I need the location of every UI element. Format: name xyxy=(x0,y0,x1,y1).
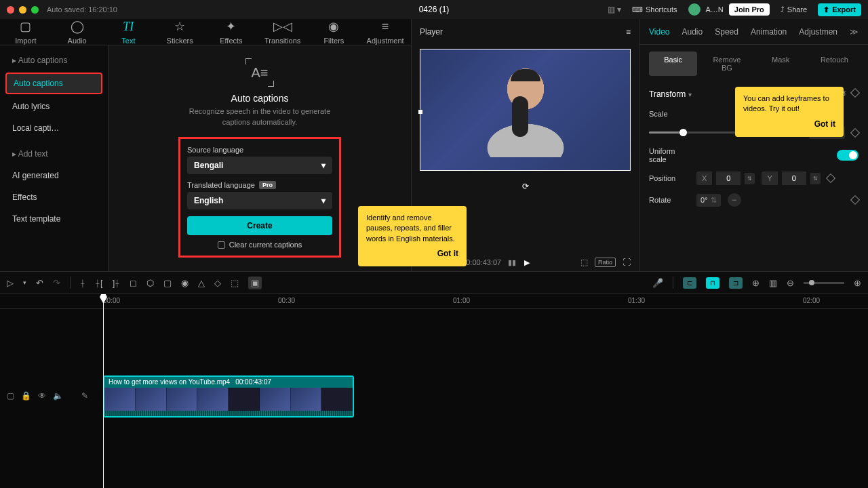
close-window[interactable] xyxy=(7,6,14,14)
crop2-tool[interactable]: ⬚ xyxy=(231,278,239,288)
y-stepper[interactable]: ⇅ xyxy=(810,173,821,184)
sidebar-group-add-text[interactable]: ▸ Add text xyxy=(5,144,102,163)
share-button[interactable]: ⤴ Share xyxy=(775,3,812,16)
split-left-tool[interactable]: ⟊[ xyxy=(95,278,103,288)
tab-filters[interactable]: ◉Filters xyxy=(309,19,360,45)
track-mute-icon[interactable]: 🔈 xyxy=(53,391,63,401)
rotate-tool[interactable]: ◇ xyxy=(214,278,221,288)
sidebar-item-local-captions[interactable]: Local capti… xyxy=(5,119,102,138)
keyframe-icon[interactable] xyxy=(850,88,860,98)
x-value[interactable]: 0 xyxy=(716,171,741,185)
checkbox-icon xyxy=(218,241,225,249)
mic-icon[interactable]: 🎤 xyxy=(652,278,663,288)
split-tool[interactable]: ⟊ xyxy=(80,278,85,288)
record-icon[interactable]: ◉ xyxy=(181,278,189,288)
video-clip[interactable]: How to get more views on YouTube.mp4 00:… xyxy=(103,375,354,418)
sidebar-item-ai-generated[interactable]: AI generated xyxy=(5,166,102,185)
prop-tab-speed[interactable]: Speed xyxy=(715,27,738,37)
player-menu-icon[interactable]: ≡ xyxy=(626,27,631,37)
rotate-keyframe[interactable] xyxy=(850,195,860,205)
sidebar-group-auto-captions[interactable]: ▸ Auto captions xyxy=(5,51,102,70)
uniform-scale-toggle[interactable] xyxy=(837,150,859,161)
cursor-dropdown[interactable]: ▾ xyxy=(23,279,26,286)
timeline[interactable]: 00:00 00:30 01:00 01:30 02:00 ▢ 🔒 👁 🔈 ✎ … xyxy=(0,294,868,488)
sidebar-item-text-template[interactable]: Text template xyxy=(5,209,102,228)
more-icon[interactable]: ≫ xyxy=(850,27,859,37)
volume-bars-icon[interactable]: ▮▮ xyxy=(508,258,516,267)
chevron-down-icon: ▾ xyxy=(321,196,326,205)
fullscreen-icon[interactable]: ⛶ xyxy=(623,258,631,267)
time-ruler[interactable]: 00:00 00:30 01:00 01:30 02:00 xyxy=(0,294,868,309)
prop-tab-animation[interactable]: Animation xyxy=(751,27,787,37)
source-language-select[interactable]: Bengali▾ xyxy=(187,157,332,174)
enhance-tool[interactable]: ▣ xyxy=(248,277,262,289)
subtab-remove-bg[interactable]: Remove BG xyxy=(703,52,751,76)
clear-captions-checkbox[interactable]: Clear current captions xyxy=(187,241,332,249)
zoom-in-icon[interactable]: ⊕ xyxy=(854,278,861,288)
track-collapse-icon[interactable]: ▢ xyxy=(7,391,14,401)
scale-keyframe[interactable] xyxy=(850,127,860,137)
frame-tool[interactable]: ▢ xyxy=(163,278,172,288)
shield-icon[interactable]: ⬡ xyxy=(146,278,154,288)
tab-text[interactable]: TIText xyxy=(103,19,155,45)
track-edit-icon[interactable]: ✎ xyxy=(81,391,88,401)
split-right-tool[interactable]: ]⟊ xyxy=(113,278,121,288)
shortcuts-button[interactable]: ⌨ Shortcuts xyxy=(627,3,682,16)
subtab-mask[interactable]: Mask xyxy=(757,52,805,76)
translated-language-select[interactable]: English▾ xyxy=(187,192,332,209)
snap-start[interactable]: ⊏ xyxy=(683,277,696,289)
subtab-basic[interactable]: Basic xyxy=(649,52,697,76)
snap-end[interactable]: ⊐ xyxy=(729,277,743,289)
playhead[interactable] xyxy=(103,294,104,488)
subtab-retouch[interactable]: Retouch xyxy=(810,52,859,76)
tab-import[interactable]: ▢Import xyxy=(0,19,52,45)
sidebar-item-effects[interactable]: Effects xyxy=(5,188,102,207)
rotate-value[interactable]: 0°⇅ xyxy=(696,194,721,207)
tab-stickers[interactable]: ☆Stickers xyxy=(154,19,205,45)
tab-adjustment[interactable]: ≡Adjustment xyxy=(359,19,411,45)
link-icon[interactable]: ⊕ xyxy=(752,278,760,288)
x-stepper[interactable]: ⇅ xyxy=(745,173,755,184)
tab-effects[interactable]: ✦Effects xyxy=(205,19,257,45)
minimize-window[interactable] xyxy=(19,6,26,14)
mirror-tool[interactable]: △ xyxy=(198,278,205,288)
export-button[interactable]: ⬆ Export xyxy=(818,3,861,16)
frame-icon[interactable]: ⬚ xyxy=(580,258,588,267)
y-axis-label: Y xyxy=(762,171,777,185)
cursor-tool[interactable]: ▷ xyxy=(7,278,14,288)
track-lock-icon[interactable]: 🔒 xyxy=(21,391,31,401)
layout-icon[interactable]: ▥ xyxy=(769,278,777,288)
sidebar-item-auto-captions[interactable]: Auto captions xyxy=(5,73,102,94)
redo-button[interactable]: ↷ xyxy=(53,278,60,288)
ratio-button[interactable]: Ratio xyxy=(595,258,616,267)
layout-icon[interactable]: ▥ ▾ xyxy=(608,5,621,14)
window-controls xyxy=(7,6,39,14)
video-preview[interactable] xyxy=(420,49,631,171)
clip-duration: 00:00:43:07 xyxy=(235,378,271,386)
tooltip-got-it-button[interactable]: Got it xyxy=(743,119,835,130)
create-button[interactable]: Create xyxy=(187,216,332,235)
snap-middle[interactable]: ⊓ xyxy=(706,277,719,289)
crop-tool[interactable]: ◻ xyxy=(130,278,137,288)
rotate-dial[interactable]: − xyxy=(728,193,741,207)
text-sidebar: ▸ Auto captions Auto captions Auto lyric… xyxy=(0,45,108,234)
prop-tab-audio[interactable]: Audio xyxy=(682,27,703,37)
join-pro-button[interactable]: Join Pro xyxy=(729,3,770,16)
prop-tab-adjustment[interactable]: Adjustmen xyxy=(799,27,837,37)
y-value[interactable]: 0 xyxy=(782,171,806,185)
maximize-window[interactable] xyxy=(31,6,39,14)
sync-icon[interactable]: ⟳ xyxy=(522,182,529,191)
zoom-out-icon[interactable]: ⊖ xyxy=(787,278,794,288)
prop-tab-video[interactable]: Video xyxy=(649,27,669,37)
tooltip-got-it-button[interactable]: Got it xyxy=(366,248,458,260)
track-visible-icon[interactable]: 👁 xyxy=(38,391,46,401)
sidebar-item-auto-lyrics[interactable]: Auto lyrics xyxy=(5,97,102,116)
avatar[interactable] xyxy=(688,3,701,16)
tab-transitions[interactable]: ▷◁Transitions xyxy=(257,19,309,45)
transform-section[interactable]: Transform ▾ xyxy=(649,89,692,99)
position-keyframe[interactable] xyxy=(826,174,835,183)
scale-label: Scale xyxy=(649,110,690,118)
play-button[interactable]: ▶ xyxy=(524,258,530,267)
tab-audio[interactable]: ◯Audio xyxy=(52,19,103,45)
undo-button[interactable]: ↶ xyxy=(36,278,43,288)
